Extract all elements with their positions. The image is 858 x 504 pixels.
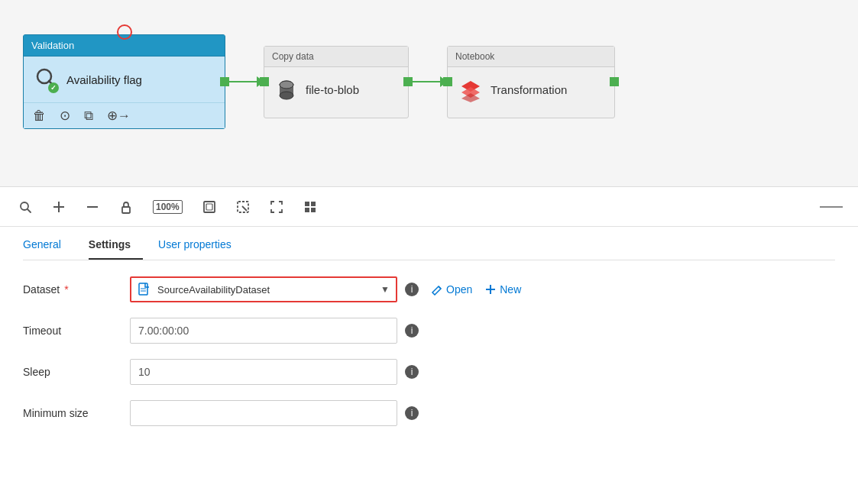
validation-node-body: ✓ Availability flag: [24, 57, 225, 102]
timeout-info-icon[interactable]: i: [405, 324, 419, 338]
subtract-toolbar-btn[interactable]: [83, 197, 102, 217]
search-magnify-icon: ✓: [34, 66, 59, 93]
copy-icon[interactable]: ⧉: [84, 108, 93, 124]
copy-data-left-port: [260, 77, 269, 86]
svg-line-26: [439, 286, 441, 289]
pipeline-nodes: Validation ✓ Availability flag 🗑 ⊙ ⧉ ⊕: [23, 34, 615, 129]
svg-rect-16: [206, 204, 212, 210]
error-indicator: [117, 24, 132, 40]
sleep-label: Sleep: [23, 366, 130, 378]
connector-line-1: [225, 81, 264, 82]
tabs-bar: General Settings User properties: [23, 227, 835, 260]
notebook-right-port: [610, 77, 619, 86]
svg-rect-22: [311, 208, 316, 212]
minimum-size-label: Minimum size: [23, 407, 130, 419]
timeout-input-wrapper: i: [130, 318, 419, 344]
minimum-size-input-wrapper: i: [130, 400, 419, 426]
validation-node[interactable]: Validation ✓ Availability flag 🗑 ⊙ ⧉ ⊕: [23, 34, 225, 129]
copy-data-node-header: Copy data: [264, 47, 408, 67]
minimum-size-row: Minimum size i: [23, 399, 835, 427]
properties-panel: General Settings User properties Dataset…: [0, 227, 858, 456]
lock-toolbar-btn[interactable]: [116, 197, 136, 217]
timeout-label: Timeout: [23, 325, 130, 337]
toolbar-divider: [820, 206, 843, 208]
timeout-row: Timeout i: [23, 317, 835, 344]
copy-data-icon: [275, 79, 298, 102]
notebook-node-header: Notebook: [448, 47, 614, 67]
svg-rect-21: [305, 208, 309, 212]
sleep-row: Sleep i: [23, 358, 835, 386]
chevron-down-icon: ▼: [380, 284, 390, 295]
sleep-input[interactable]: [130, 359, 397, 385]
svg-rect-20: [311, 202, 316, 206]
svg-point-5: [280, 81, 293, 89]
svg-line-10: [28, 209, 31, 212]
notebook-icon: [458, 78, 483, 102]
minimum-size-input[interactable]: [130, 400, 397, 426]
open-label: Open: [446, 283, 472, 296]
dataset-required-star: *: [61, 283, 68, 296]
dataset-label: Dataset *: [23, 283, 130, 296]
svg-point-4: [280, 92, 293, 99]
sleep-info-icon[interactable]: i: [405, 365, 419, 379]
check-icon: ✓: [48, 82, 59, 93]
copy-data-node[interactable]: Copy data file-to-blob: [264, 46, 409, 118]
svg-rect-19: [305, 202, 309, 206]
dataset-select-content: SourceAvailabilityDataset: [138, 283, 380, 296]
frame-toolbar-btn[interactable]: [199, 197, 219, 217]
add-toolbar-btn[interactable]: [49, 197, 69, 217]
tab-user-properties[interactable]: User properties: [158, 231, 244, 260]
connector-line-2: [409, 81, 447, 82]
dataset-value: SourceAvailabilityDataset: [157, 284, 270, 296]
params-icon[interactable]: ⊙: [60, 108, 70, 124]
validation-footer: 🗑 ⊙ ⧉ ⊕→: [24, 102, 225, 128]
validation-label: Availability flag: [66, 73, 142, 86]
new-label: New: [500, 283, 521, 296]
tab-general[interactable]: General: [23, 231, 73, 260]
dataset-input-wrapper: SourceAvailabilityDataset ▼ i Open New: [130, 276, 521, 302]
svg-rect-14: [122, 207, 130, 213]
copy-data-node-body: file-to-blob: [264, 67, 408, 113]
pencil-icon: [431, 283, 443, 296]
notebook-node-body: Transformation: [448, 67, 614, 113]
zoom-toolbar-btn[interactable]: 100%: [150, 197, 186, 217]
minimum-size-info-icon[interactable]: i: [405, 406, 419, 420]
new-link[interactable]: New: [484, 283, 521, 296]
fit-toolbar-btn[interactable]: [267, 197, 287, 217]
plus-icon: [484, 283, 497, 296]
connector-2: [409, 81, 447, 82]
settings-form: Dataset * SourceAvailabilityDataset: [23, 260, 835, 456]
add-arrow-icon[interactable]: ⊕→: [107, 108, 131, 124]
connector-1: [225, 81, 264, 82]
dataset-select[interactable]: SourceAvailabilityDataset ▼: [130, 276, 397, 302]
svg-rect-15: [204, 202, 215, 212]
notebook-label: Transformation: [491, 83, 567, 96]
sleep-input-wrapper: i: [130, 359, 419, 385]
pipeline-canvas: Validation ✓ Availability flag 🗑 ⊙ ⧉ ⊕: [0, 0, 858, 187]
tab-settings[interactable]: Settings: [89, 231, 143, 260]
open-link[interactable]: Open: [431, 283, 472, 296]
notebook-left-port: [443, 77, 452, 86]
layers-toolbar-btn[interactable]: [300, 197, 320, 217]
copy-data-label: file-to-blob: [306, 83, 359, 96]
delete-icon[interactable]: 🗑: [33, 108, 46, 124]
dataset-info-icon[interactable]: i: [405, 283, 419, 296]
select-toolbar-btn[interactable]: [233, 197, 253, 217]
dataset-file-icon: [138, 283, 151, 296]
notebook-node[interactable]: Notebook Transformation: [447, 46, 615, 118]
svg-line-18: [242, 206, 247, 211]
search-toolbar-btn[interactable]: [15, 197, 35, 217]
toolbar: 100%: [0, 187, 858, 227]
dataset-row: Dataset * SourceAvailabilityDataset: [23, 276, 835, 303]
timeout-input[interactable]: [130, 318, 397, 344]
svg-marker-8: [461, 93, 480, 102]
